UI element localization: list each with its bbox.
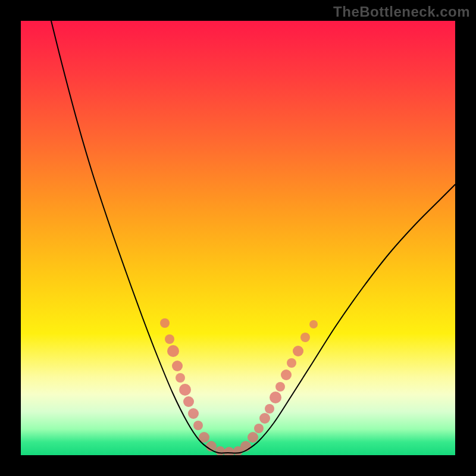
chart-frame: TheBottleneck.com: [0, 0, 476, 476]
data-dot: [172, 361, 183, 371]
data-dot: [270, 392, 281, 403]
data-dot: [188, 408, 199, 419]
data-dot: [224, 447, 234, 455]
watermark-text: TheBottleneck.com: [333, 4, 470, 20]
data-dot: [309, 320, 318, 328]
chart-svg: [21, 21, 455, 455]
data-dot: [167, 345, 179, 357]
data-dot: [259, 413, 270, 424]
data-dot: [287, 358, 296, 368]
data-dot: [183, 396, 194, 407]
data-dot: [179, 384, 191, 396]
data-dot: [193, 421, 203, 430]
data-dot: [281, 369, 292, 380]
data-dot: [176, 373, 185, 383]
data-dot: [215, 446, 225, 455]
data-dot: [160, 318, 170, 328]
data-dot: [293, 346, 303, 356]
data-dot: [165, 334, 174, 344]
data-dot: [275, 382, 285, 392]
data-dots: [160, 318, 318, 455]
data-dot: [248, 432, 258, 443]
data-dot: [265, 404, 274, 414]
plot-area: [21, 21, 455, 455]
bottleneck-curve: [51, 21, 455, 453]
data-dot: [300, 333, 310, 342]
data-dot: [254, 424, 264, 433]
